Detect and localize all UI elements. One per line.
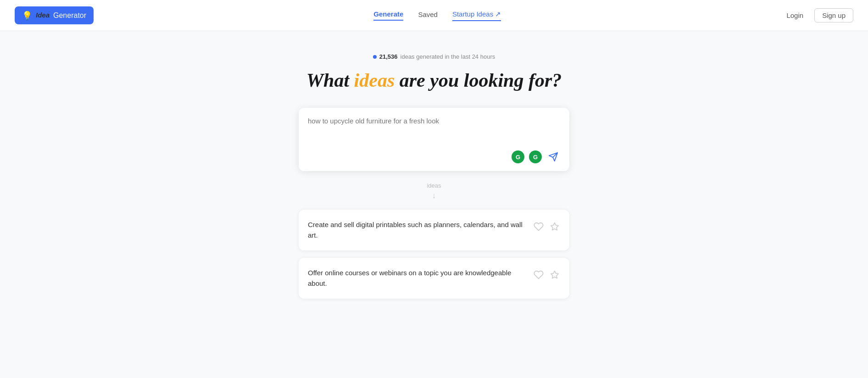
ideas-label: ideas: [427, 182, 441, 189]
sparkle-icon-1: [550, 222, 559, 231]
send-button[interactable]: [546, 150, 560, 164]
headline-suffix: are you looking for?: [395, 70, 562, 91]
main-nav: Generate Saved Startup Ideas ↗: [373, 10, 501, 21]
ideas-list: Create and sell digital printables such …: [299, 210, 569, 299]
logo-idea-text: Idea: [36, 10, 50, 21]
headline: What ideas are you looking for?: [306, 69, 562, 91]
main-content: 21,536 ideas generated in the last 24 ho…: [0, 31, 868, 313]
logo-button[interactable]: 💡 Idea Generator: [15, 6, 94, 24]
nav-startup-ideas[interactable]: Startup Ideas ↗: [452, 10, 501, 21]
login-button[interactable]: Login: [781, 9, 809, 22]
idea-actions-2: [533, 268, 560, 281]
logo-generator-text: Generator: [53, 11, 86, 20]
sparkle-button-2[interactable]: [549, 269, 560, 280]
idea-card-2: Offer online courses or webinars on a to…: [299, 258, 569, 299]
nav-generate[interactable]: Generate: [373, 10, 403, 21]
stats-bar: 21,536 ideas generated in the last 24 ho…: [373, 53, 495, 60]
idea-text-2: Offer online courses or webinars on a to…: [308, 268, 525, 289]
bulb-icon: 💡: [22, 11, 32, 21]
auth-buttons: Login Sign up: [781, 8, 853, 22]
grammarly-icon-1[interactable]: G: [512, 150, 524, 163]
heart-icon-2: [534, 270, 544, 280]
idea-actions-1: [533, 220, 560, 233]
signup-button[interactable]: Sign up: [814, 8, 853, 22]
stats-description: ideas generated in the last 24 hours: [401, 53, 495, 60]
search-box: G G: [299, 108, 569, 171]
heart-icon-1: [534, 222, 544, 232]
headline-prefix: What: [306, 70, 354, 91]
send-icon: [548, 152, 558, 162]
sparkle-icon-2: [550, 270, 559, 279]
grammarly-icon-2[interactable]: G: [529, 150, 542, 163]
search-input[interactable]: [308, 117, 560, 145]
sparkle-button-1[interactable]: [549, 221, 560, 232]
external-link-icon: ↗: [495, 10, 501, 18]
svg-marker-3: [551, 271, 559, 278]
heart-button-1[interactable]: [533, 221, 545, 233]
idea-text-1: Create and sell digital printables such …: [308, 220, 525, 240]
heart-button-2[interactable]: [533, 269, 545, 281]
idea-card-1: Create and sell digital printables such …: [299, 210, 569, 250]
stats-dot-icon: [373, 55, 377, 59]
stats-count: 21,536: [379, 53, 398, 60]
nav-saved[interactable]: Saved: [418, 11, 438, 20]
search-footer: G G: [308, 150, 560, 164]
arrow-down-icon: ↓: [432, 191, 436, 200]
svg-marker-2: [551, 223, 559, 230]
headline-ideas-word: ideas: [354, 70, 395, 91]
arrow-section: ideas ↓: [427, 182, 441, 200]
header: 💡 Idea Generator Generate Saved Startup …: [0, 0, 868, 31]
